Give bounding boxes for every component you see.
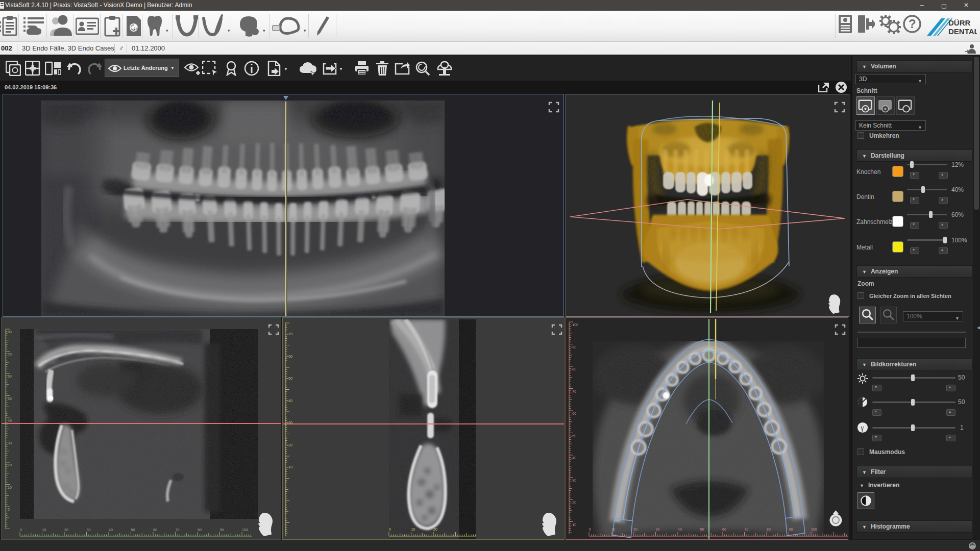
svg-text:-70: -70 [287, 332, 292, 336]
svg-text:40: 40 [109, 528, 113, 532]
svg-text:60: 60 [722, 528, 726, 531]
svg-text:100: 100 [811, 528, 817, 531]
svg-text:DÜRR: DÜRR [948, 18, 970, 27]
svg-text:-30: -30 [571, 479, 576, 482]
svg-text:10: 10 [611, 528, 616, 531]
svg-text:60: 60 [153, 528, 157, 532]
svg-text:-70: -70 [571, 390, 576, 393]
svg-text:-60: -60 [287, 355, 292, 358]
svg-text:50: 50 [700, 528, 704, 531]
svg-text:-20: -20 [571, 500, 576, 504]
svg-text:70: 70 [745, 528, 749, 531]
svg-text:-100: -100 [571, 323, 578, 327]
svg-text:10: 10 [8, 486, 12, 489]
svg-text:20: 20 [633, 528, 638, 531]
svg-text:γ: γ [860, 424, 864, 432]
svg-text:20: 20 [8, 463, 12, 467]
svg-text:0: 0 [589, 528, 591, 531]
svg-text:0: 0 [8, 508, 10, 511]
svg-text:20: 20 [64, 528, 68, 532]
svg-text:-50: -50 [571, 434, 576, 438]
svg-text:-40: -40 [287, 399, 292, 403]
svg-text:80: 80 [8, 330, 12, 334]
svg-text:?: ? [909, 17, 916, 31]
svg-text:-60: -60 [571, 412, 576, 415]
svg-text:100: 100 [242, 528, 248, 532]
svg-text:-10: -10 [571, 523, 576, 527]
svg-text:40: 40 [678, 528, 682, 531]
svg-text:-40: -40 [571, 456, 576, 460]
svg-text:90: 90 [220, 528, 224, 532]
svg-text:-80: -80 [571, 367, 576, 371]
svg-text:80: 80 [198, 528, 202, 532]
svg-text:70: 70 [8, 353, 12, 356]
svg-text:10: 10 [42, 528, 46, 532]
svg-text:80: 80 [767, 528, 771, 531]
svg-text:30: 30 [656, 528, 660, 531]
svg-text:90: 90 [789, 528, 793, 531]
svg-text:60: 60 [8, 374, 12, 378]
svg-text:0: 0 [389, 528, 391, 531]
svg-text:50: 50 [131, 528, 135, 532]
svg-text:30: 30 [8, 441, 12, 445]
svg-text:50: 50 [8, 397, 12, 400]
svg-text:-50: -50 [287, 377, 292, 380]
svg-text:30: 30 [87, 528, 91, 532]
svg-text:DENTAL: DENTAL [948, 27, 977, 36]
svg-text:70: 70 [176, 528, 180, 532]
svg-text:20: 20 [433, 528, 437, 531]
svg-text:40: 40 [8, 419, 12, 422]
svg-text:-20: -20 [287, 443, 292, 447]
svg-text:-10: -10 [287, 465, 292, 469]
svg-text:-30: -30 [287, 421, 292, 424]
svg-text:10: 10 [411, 528, 415, 531]
svg-text:-90: -90 [571, 345, 576, 349]
svg-text:0: 0 [20, 528, 22, 532]
